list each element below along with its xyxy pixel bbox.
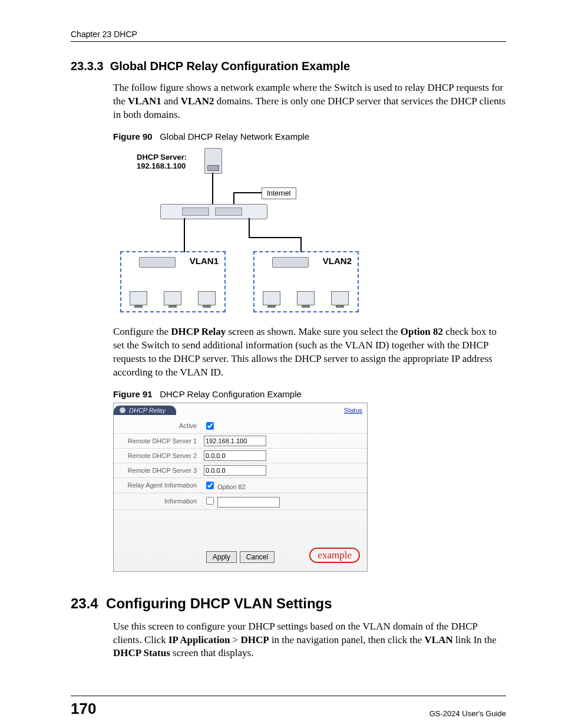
cancel-button[interactable]: Cancel <box>240 551 275 563</box>
row-server3: Remote DHCP Server 3 <box>114 463 367 477</box>
pc-icon <box>130 291 147 305</box>
row-active: Active <box>114 419 367 434</box>
section-234-para: Use this screen to configure your DHCP s… <box>113 620 506 661</box>
connector-line <box>249 218 250 237</box>
section-2333-para1: The follow figure shows a network exampl… <box>113 81 506 122</box>
guide-label: GS-2024 User's Guide <box>429 709 506 718</box>
apply-button[interactable]: Apply <box>206 551 237 563</box>
figure-91-caption: Figure 91 DHCP Relay Configuration Examp… <box>113 389 506 399</box>
example-badge: example <box>309 548 360 563</box>
pc-icon <box>263 291 280 305</box>
label-relay-agent: Relay Agent Information <box>114 477 200 493</box>
information-checkbox[interactable] <box>206 497 214 505</box>
active-checkbox[interactable] <box>206 422 214 430</box>
connector-line <box>212 173 213 205</box>
option82-label: Option 82 <box>217 483 246 490</box>
page-footer: 170 GS-2024 User's Guide <box>71 696 506 718</box>
tab-dot-icon <box>120 407 125 413</box>
pc-icon <box>164 291 181 305</box>
option82-checkbox[interactable] <box>206 482 214 489</box>
row-server1: Remote DHCP Server 1 <box>114 433 367 448</box>
section-number: 23.4 <box>71 595 98 611</box>
mini-switch-icon <box>272 257 309 268</box>
label-server1: Remote DHCP Server 1 <box>114 433 200 448</box>
row-relay-agent: Relay Agent Information Option 82 <box>114 477 367 493</box>
tab-title: DHCP Relay <box>129 407 166 414</box>
vlan2-title: VLAN2 <box>323 256 352 266</box>
section-number: 23.3.3 <box>71 60 104 73</box>
config-table: Active Remote DHCP Server 1 Remote DHCP … <box>114 419 367 510</box>
label-information: Information <box>114 493 200 509</box>
connector-line <box>234 192 262 193</box>
status-link[interactable]: Status <box>344 407 362 414</box>
pc-icon <box>198 291 216 305</box>
chapter-header: Chapter 23 DHCP <box>71 29 506 42</box>
connector-line <box>184 218 185 252</box>
information-input[interactable] <box>217 497 280 508</box>
server3-input[interactable] <box>204 465 266 476</box>
dhcp-server-label: DHCP Server: 192.168.1.100 <box>137 153 187 171</box>
connector-line <box>233 192 234 205</box>
switch-icon <box>160 204 267 219</box>
section-title: Global DHCP Relay Configuration Example <box>110 60 350 73</box>
section-heading-234: 23.4 Configuring DHCP VLAN Settings <box>71 595 506 612</box>
server-icon <box>204 148 222 174</box>
dhcp-relay-tab[interactable]: DHCP Relay <box>114 406 176 415</box>
section-title: Configuring DHCP VLAN Settings <box>106 595 332 611</box>
pc-icon <box>331 291 349 305</box>
server1-input[interactable] <box>204 436 266 446</box>
vlan1-box: VLAN1 <box>120 251 226 312</box>
pc-icon <box>297 291 315 305</box>
section-heading-2333: 23.3.3 Global DHCP Relay Configuration E… <box>71 60 506 73</box>
connector-line <box>300 237 302 252</box>
internet-label: Internet <box>262 187 296 199</box>
label-server2: Remote DHCP Server 2 <box>114 448 200 463</box>
button-row: Apply Cancel example <box>114 551 367 563</box>
server2-input[interactable] <box>204 450 266 461</box>
row-server2: Remote DHCP Server 2 <box>114 448 367 463</box>
connector-line <box>249 237 302 238</box>
page-number: 170 <box>71 700 96 718</box>
figure-90-diagram: DHCP Server: 192.168.1.100 Internet VLAN… <box>113 145 366 322</box>
label-active: Active <box>114 419 200 434</box>
figure-90-caption: Figure 90 Global DHCP Relay Network Exam… <box>113 131 506 141</box>
figure-91-screenshot: DHCP Relay Status Active Remote DHCP Ser… <box>113 403 368 572</box>
mid-paragraph: Configure the DHCP Relay screen as shown… <box>113 325 506 380</box>
row-information: Information <box>114 493 367 509</box>
vlan1-title: VLAN1 <box>190 256 219 266</box>
mini-switch-icon <box>139 257 176 268</box>
vlan2-box: VLAN2 <box>253 251 359 312</box>
label-server3: Remote DHCP Server 3 <box>114 463 200 477</box>
